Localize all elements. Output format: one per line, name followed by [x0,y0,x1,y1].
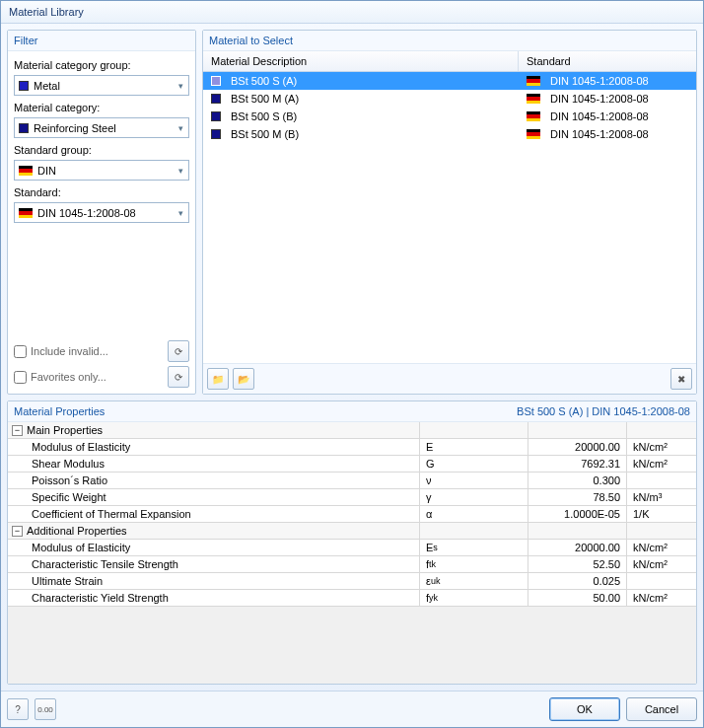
prop-value[interactable]: 20000.00 [528,439,627,455]
section-label: Main Properties [27,424,103,436]
material-swatch-icon [211,129,221,139]
std-group-label: Standard group: [14,144,189,156]
prop-symbol: ftk [420,556,528,572]
prop-unit: kN/cm² [627,590,696,606]
prop-name: Characteristic Tensile Strength [8,556,420,572]
std-label: Standard: [14,186,189,198]
prop-value[interactable]: 1.0000E-05 [528,506,627,522]
select-toolbar: 📁 📂 ✖ [203,363,696,394]
steel-swatch-icon [19,123,29,133]
germany-flag-icon [527,94,540,104]
list-item[interactable]: BSt 500 S (B)DIN 1045-1:2008-08 [203,108,696,125]
filter-bottom: Include invalid... ⟳ Favorites only... ⟳ [14,340,189,388]
content-area: Filter Material category group: Metal Ma… [1,24,703,691]
list-item[interactable]: BSt 500 S (A)DIN 1045-1:2008-08 [203,72,696,90]
prop-value[interactable]: 0.300 [528,473,627,488]
cat-group-combo[interactable]: Metal [14,75,189,96]
prop-value[interactable]: 7692.31 [528,456,627,472]
prop-value[interactable]: 50.00 [528,590,627,606]
delete-icon[interactable]: ✖ [670,368,692,390]
prop-unit: kN/m³ [627,489,696,505]
window-title: Material Library [1,1,703,24]
material-swatch-icon [211,111,221,121]
material-swatch-icon [211,94,221,104]
props-title: Material Properties [14,405,105,417]
select-panel: Material to Select Material Description … [202,30,697,395]
prop-name: Coefficient of Thermal Expansion [8,506,420,522]
include-invalid-input[interactable] [14,345,27,358]
prop-value[interactable]: 0.025 [528,573,627,589]
prop-name: Modulus of Elasticity [8,439,420,455]
cancel-button[interactable]: Cancel [626,697,697,721]
prop-unit [627,473,696,488]
property-row: Characteristic Yield Strengthfyk50.00kN/… [8,590,696,607]
prop-name: Specific Weight [8,489,420,505]
germany-flag-icon [19,166,33,176]
filter-action-1-icon[interactable]: ⟳ [168,340,189,362]
metal-swatch-icon [19,81,29,91]
filter-action-2-icon[interactable]: ⟳ [168,366,189,388]
prop-symbol: Es [420,540,528,555]
material-swatch-icon [211,76,221,86]
std-group-combo[interactable]: DIN [14,160,189,181]
cat-label: Material category: [14,102,189,113]
props-context: BSt 500 S (A) | DIN 1045-1:2008-08 [517,405,690,417]
std-value: DIN 1045-1:2008-08 [37,207,136,219]
prop-symbol: α [420,506,528,522]
favorites-only-checkbox[interactable]: Favorites only... [14,371,106,384]
col-std-header[interactable]: Standard [519,51,696,71]
filter-panel: Filter Material category group: Metal Ma… [7,30,196,395]
select-title: Material to Select [203,31,696,51]
new-folder-icon[interactable]: 📁 [207,368,229,390]
include-invalid-checkbox[interactable]: Include invalid... [14,345,108,358]
prop-symbol: γ [420,489,528,505]
ok-button[interactable]: OK [549,697,620,721]
filter-title: Filter [8,31,195,51]
collapse-icon[interactable]: − [12,526,23,537]
dialog-footer: ? 0.00 OK Cancel [1,691,703,727]
prop-unit: kN/cm² [627,540,696,555]
col-desc-header[interactable]: Material Description [203,51,519,71]
prop-unit: kN/cm² [627,556,696,572]
prop-value[interactable]: 52.50 [528,556,627,572]
germany-flag-icon [527,111,540,121]
property-row: Poisson´s Ratioν0.300 [8,473,696,489]
material-std: DIN 1045-1:2008-08 [550,128,649,140]
material-desc: BSt 500 S (B) [231,110,297,122]
open-folder-icon[interactable]: 📂 [233,368,254,390]
property-row: Shear ModulusG7692.31kN/cm² [8,456,696,473]
property-row: Ultimate Strainεuk0.025 [8,573,696,590]
prop-unit: kN/cm² [627,456,696,472]
collapse-icon[interactable]: − [12,425,23,436]
prop-value[interactable]: 20000.00 [528,540,627,555]
cat-combo[interactable]: Reinforcing Steel [14,117,189,138]
list-item[interactable]: BSt 500 M (B)DIN 1045-1:2008-08 [203,125,696,143]
prop-symbol: εuk [420,573,528,589]
help-icon[interactable]: ? [7,698,29,720]
property-row: Characteristic Tensile Strengthftk52.50k… [8,556,696,573]
top-panels: Filter Material category group: Metal Ma… [7,30,697,395]
props-title-row: Material Properties BSt 500 S (A) | DIN … [8,401,696,422]
std-combo[interactable]: DIN 1045-1:2008-08 [14,202,189,223]
favorites-only-input[interactable] [14,371,27,384]
filter-body: Material category group: Metal Material … [8,51,195,394]
list-header: Material Description Standard [203,51,696,72]
material-list[interactable]: BSt 500 S (A)DIN 1045-1:2008-08BSt 500 M… [203,72,696,363]
prop-name: Modulus of Elasticity [8,540,420,555]
cat-group-value: Metal [34,80,60,92]
prop-name: Shear Modulus [8,456,420,472]
germany-flag-icon [527,129,540,139]
std-group-value: DIN [37,165,56,177]
prop-unit: 1/K [627,506,696,522]
prop-value[interactable]: 78.50 [528,489,627,505]
material-desc: BSt 500 M (A) [231,93,299,105]
material-desc: BSt 500 M (B) [231,128,299,140]
material-std: DIN 1045-1:2008-08 [550,93,649,105]
units-icon[interactable]: 0.00 [35,698,56,720]
material-library-window: Material Library Filter Material categor… [0,0,704,728]
prop-symbol: ν [420,473,528,488]
material-std: DIN 1045-1:2008-08 [550,75,649,87]
prop-symbol: E [420,439,528,455]
list-item[interactable]: BSt 500 M (A)DIN 1045-1:2008-08 [203,90,696,108]
prop-name: Ultimate Strain [8,573,420,589]
